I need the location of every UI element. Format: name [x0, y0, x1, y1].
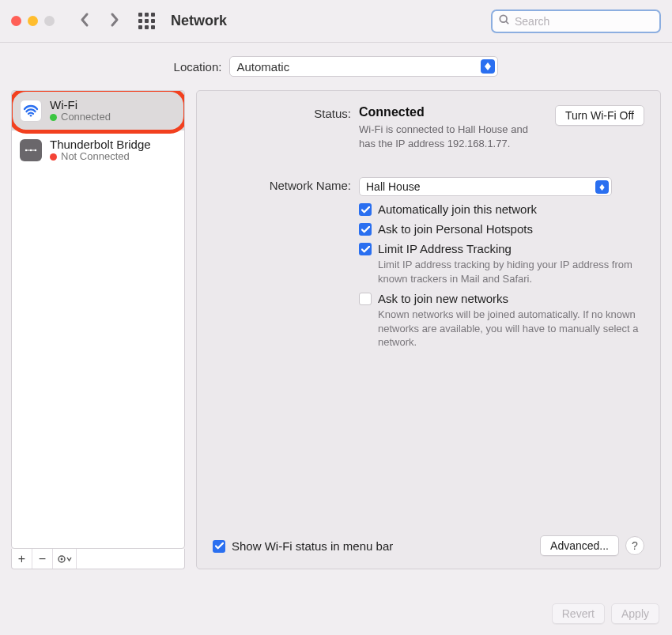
svg-marker-12	[599, 187, 604, 191]
search-input[interactable]	[515, 15, 653, 28]
sidebar-item-status: Not Connected	[61, 151, 130, 163]
minimize-window[interactable]	[28, 16, 38, 26]
checkbox-label: Automatically join this network	[378, 202, 537, 216]
network-name-select[interactable]: Hall House	[359, 177, 612, 196]
status-label: Status:	[213, 105, 351, 150]
checkbox-row-auto-join[interactable]: Automatically join this network	[359, 202, 644, 216]
status-value: Connected	[359, 105, 546, 119]
add-interface-button[interactable]: +	[12, 549, 32, 569]
sidebar-footer: + −	[11, 549, 185, 569]
network-name-value: Hall House	[366, 180, 420, 193]
wifi-icon	[20, 100, 42, 122]
sidebar-item-status: Connected	[61, 112, 111, 123]
status-note: Wi-Fi is connected to Hall House and has…	[359, 123, 546, 150]
close-window[interactable]	[11, 16, 21, 26]
svg-marker-3	[485, 66, 491, 70]
main-content: Wi-Fi Connected Thunderbolt Bridge Not C…	[0, 90, 672, 580]
chevron-updown-icon	[481, 59, 495, 74]
checkbox-label: Ask to join new networks	[378, 292, 639, 305]
nav-arrows	[78, 12, 121, 31]
svg-point-10	[60, 558, 62, 560]
network-sidebar: Wi-Fi Connected Thunderbolt Bridge Not C…	[11, 90, 185, 569]
checkbox-row-ask-join[interactable]: Ask to join new networks Known networks …	[359, 292, 644, 350]
location-row: Location: Automatic	[0, 43, 672, 90]
checkbox-row-ask-hotspots[interactable]: Ask to join Personal Hotspots	[359, 222, 644, 236]
bridge-icon	[20, 139, 42, 161]
maximize-window[interactable]	[44, 16, 55, 26]
window-controls	[11, 16, 55, 26]
search-icon	[499, 14, 510, 28]
sidebar-item-label: Thunderbolt Bridge	[50, 138, 151, 151]
svg-point-4	[30, 115, 32, 117]
svg-line-1	[506, 21, 509, 24]
checkbox-subtext: Limit IP address tracking by hiding your…	[378, 258, 639, 285]
more-options-button[interactable]	[53, 549, 77, 569]
show-in-menubar-label: Show Wi-Fi status in menu bar	[232, 539, 393, 553]
search-field[interactable]	[491, 9, 661, 33]
status-dot-icon	[50, 114, 57, 121]
revert-button[interactable]: Revert	[552, 603, 605, 624]
location-value: Automatic	[236, 60, 289, 74]
checkbox-icon	[359, 243, 372, 255]
window-toolbar: Network	[0, 0, 672, 43]
help-button[interactable]: ?	[625, 536, 644, 555]
show-all-prefs-button[interactable]	[138, 13, 155, 29]
sidebar-item-label: Wi-Fi	[50, 98, 111, 112]
window-footer: Revert Apply	[552, 603, 659, 624]
sidebar-item-wifi[interactable]: Wi-Fi Connected	[12, 91, 184, 130]
chevron-updown-icon	[595, 180, 609, 194]
status-dot-icon	[50, 153, 57, 161]
checkbox-subtext: Known networks will be joined automatica…	[378, 308, 639, 350]
detail-panel: Status: Connected Wi-Fi is connected to …	[196, 90, 661, 569]
sidebar-item-thunderbolt[interactable]: Thunderbolt Bridge Not Connected	[12, 130, 184, 170]
forward-button[interactable]	[108, 12, 121, 31]
back-button[interactable]	[78, 12, 91, 31]
window-title: Network	[171, 13, 227, 29]
checkbox-icon	[359, 293, 372, 305]
checkbox-icon	[359, 203, 372, 216]
checkbox-icon[interactable]	[213, 540, 225, 553]
remove-interface-button[interactable]: −	[32, 549, 53, 569]
location-label: Location:	[174, 60, 222, 74]
turn-wifi-off-button[interactable]: Turn Wi-Fi Off	[555, 105, 644, 126]
checkbox-label: Limit IP Address Tracking	[378, 242, 639, 255]
advanced-button[interactable]: Advanced...	[540, 535, 619, 556]
checkbox-icon	[359, 223, 372, 236]
interface-list: Wi-Fi Connected Thunderbolt Bridge Not C…	[11, 90, 185, 549]
checkbox-label: Ask to join Personal Hotspots	[378, 222, 533, 236]
apply-button[interactable]: Apply	[611, 603, 659, 624]
location-select[interactable]: Automatic	[229, 56, 498, 77]
checkbox-row-limit-ip[interactable]: Limit IP Address Tracking Limit IP addre…	[359, 242, 644, 285]
network-name-label: Network Name:	[213, 177, 351, 350]
